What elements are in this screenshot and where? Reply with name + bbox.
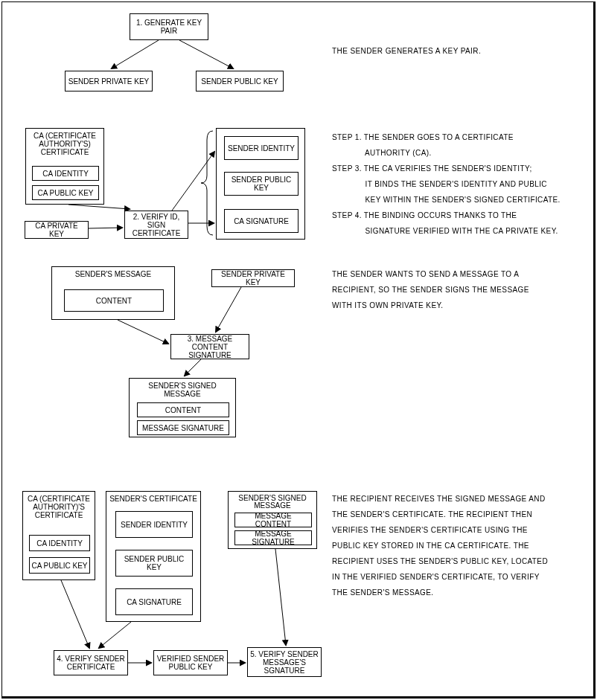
ca-signature: CA SIGNATURE: [224, 209, 298, 233]
section3-desc: THE SENDER WANTS TO SEND A MESSAGE TO A …: [332, 266, 529, 313]
sender-identity-2: SENDER IDENTITY: [115, 511, 193, 538]
ca-public-key: CA PUBLIC KEY: [32, 185, 99, 200]
ca-signature-2: CA SIGNATURE: [115, 588, 193, 615]
ca-cert-title-2: CA (CERTIFICATE AUTHORITY)'S CERTIFICATE: [23, 495, 95, 519]
sender-private-key: SENDER PRIVATE KEY: [65, 71, 153, 91]
senders-certificate-2: SENDER'S CERTIFICATE SENDER IDENTITY SEN…: [106, 491, 201, 622]
section1-desc: THE SENDER GENERATES A KEY PAIR.: [332, 43, 481, 59]
signed-title: SENDER'S SIGNED MESSAGE: [130, 382, 235, 398]
senders-message-title: SENDER'S MESSAGE: [52, 270, 174, 278]
sender-cert-title: SENDER'S CERTIFICATE: [106, 495, 200, 503]
generate-key-pair: 1. GENERATE KEY PAIR: [130, 13, 208, 40]
ca-identity: CA IDENTITY: [32, 166, 99, 181]
sender-public-key: SENDER PUBLIC KEY: [196, 71, 284, 91]
message-signature-2: MESSAGE SIGNATURE: [234, 530, 312, 545]
content-2: CONTENT: [137, 402, 229, 417]
ca-certificate-2: CA (CERTIFICATE AUTHORITY)'S CERTIFICATE…: [22, 491, 95, 580]
sender-identity: SENDER IDENTITY: [224, 136, 298, 160]
verify-sender-certificate: 4. VERIFY SENDER CERTIFICATE: [54, 650, 128, 675]
content: CONTENT: [64, 289, 164, 312]
sender-certificate: SENDER IDENTITY SENDER PUBLIC KEY CA SIG…: [216, 128, 305, 240]
signed-title-2: SENDER'S SIGNED MESSAGE: [229, 495, 316, 510]
senders-signed-message-2: SENDER'S SIGNED MESSAGE MESSAGE CONTENT …: [228, 491, 317, 549]
message-content-2: MESSAGE CONTENT: [234, 513, 312, 527]
verify-id-sign: 2. VERIFY ID, SIGN CERTIFICATE: [124, 211, 188, 239]
sender-public-key-2: SENDER PUBLIC KEY: [224, 172, 298, 196]
ca-public-key-2: CA PUBLIC KEY: [29, 557, 90, 574]
sender-private-key-2: SENDER PRIVATE KEY: [211, 269, 295, 287]
senders-signed-message: SENDER'S SIGNED MESSAGE CONTENT MESSAGE …: [129, 378, 236, 437]
ca-certificate-title: CA (CERTIFICATE AUTHORITY'S) CERTIFICATE: [26, 132, 103, 156]
ca-certificate: CA (CERTIFICATE AUTHORITY'S) CERTIFICATE…: [25, 128, 104, 205]
message-signature: MESSAGE SIGNATURE: [137, 420, 229, 435]
verified-sender-public-key: VERIFIED SENDER PUBLIC KEY: [153, 650, 228, 675]
senders-message: SENDER'S MESSAGE CONTENT: [51, 266, 175, 320]
page: 1. GENERATE KEY PAIR SENDER PRIVATE KEY …: [0, 0, 597, 700]
verify-sender-message-signature: 5. VERIFY SENDER MESSAGE'S SGNATURE: [247, 647, 322, 677]
section4-desc: THE RECIPIENT RECEIVES THE SIGNED MESSAG…: [332, 491, 548, 600]
ca-private-key: CA PRIVATE KEY: [25, 221, 89, 239]
message-content-signature: 3. MESSAGE CONTENT SIGNATURE: [170, 334, 249, 359]
sender-public-key-3: SENDER PUBLIC KEY: [115, 550, 193, 577]
ca-identity-2: CA IDENTITY: [29, 535, 90, 551]
section2-desc: STEP 1. THE SENDER GOES TO A CERTIFICATE…: [332, 129, 561, 239]
